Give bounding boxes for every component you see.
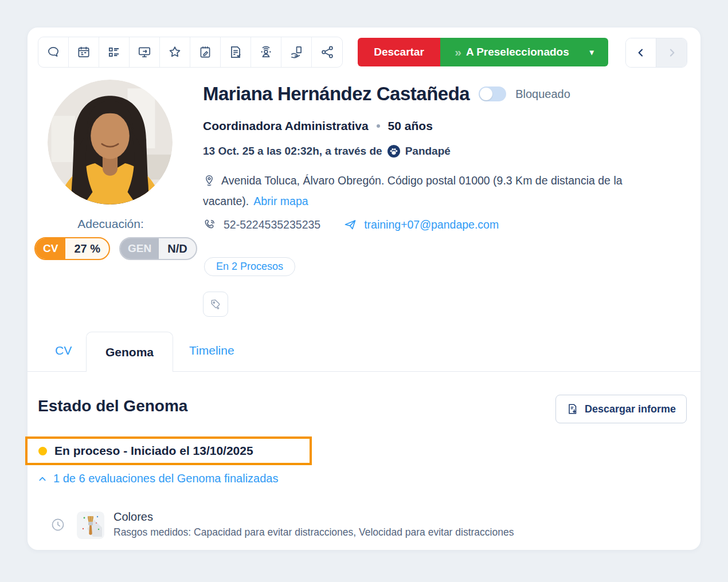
tab-cv[interactable]: CV — [55, 344, 72, 357]
toolbar — [38, 37, 343, 68]
toggle-knob — [480, 88, 492, 100]
tab-genoma[interactable]: Genoma — [86, 332, 173, 372]
fit-badges: CV 27 % GEN N/D — [34, 237, 197, 260]
open-map-link[interactable]: Abrir mapa — [253, 195, 308, 207]
add-tag-button[interactable] — [203, 292, 228, 317]
next-candidate-button[interactable] — [656, 38, 687, 67]
screen-share-icon[interactable] — [130, 37, 160, 67]
cv-fit-badge: CV 27 % — [34, 237, 110, 260]
application-date: 13 Oct. 25 a las 02:32h, a través de — [203, 145, 382, 158]
fit-label: Adecuación: — [28, 217, 194, 231]
application-source: Pandapé — [405, 145, 451, 158]
chat-icon[interactable] — [38, 37, 69, 67]
preselect-button[interactable]: » A Preseleccionados ▾ — [440, 38, 608, 66]
evaluations-link-label: 1 de 6 evaluaciones del Genoma finalizad… — [53, 472, 278, 485]
gen-badge-label: GEN — [120, 238, 159, 259]
checklist-icon[interactable] — [99, 37, 130, 67]
evaluation-list-item: Colores Rasgos medidos: Capacidad para e… — [50, 510, 514, 539]
candidate-email-link[interactable]: training+07@pandape.com — [364, 218, 499, 231]
job-title: Coordinadora Administrativa — [203, 119, 369, 133]
candidate-avatar — [48, 80, 173, 205]
candidate-name: Mariana Hernández Castañeda — [203, 83, 469, 105]
share-icon[interactable] — [312, 37, 342, 67]
evaluation-name: Colores — [113, 510, 514, 524]
candidate-age: 50 años — [388, 119, 433, 133]
calendar-icon[interactable] — [69, 37, 99, 67]
double-chevron-icon: » — [455, 45, 460, 59]
send-email-icon — [343, 218, 357, 231]
evaluation-thumbnail-paintbrush — [77, 512, 104, 539]
blocked-label: Bloqueado — [515, 88, 570, 101]
genome-status-text: En proceso - Iniciado el 13/10/2025 — [54, 444, 253, 458]
download-report-label: Descargar informe — [585, 403, 676, 415]
evaluation-traits: Rasgos medidos: Capacidad para evitar di… — [113, 526, 514, 538]
dot-separator — [377, 124, 380, 128]
processes-badge[interactable]: En 2 Procesos — [204, 257, 295, 276]
candidate-card: Descartar » A Preseleccionados ▾ — [28, 27, 700, 550]
status-dot-icon — [38, 447, 47, 455]
previous-candidate-button[interactable] — [626, 38, 656, 67]
phone-icon — [203, 218, 217, 231]
discard-button[interactable]: Descartar — [358, 38, 440, 66]
preselect-label: A Preseleccionados — [466, 46, 569, 58]
notes-icon[interactable] — [190, 37, 221, 67]
download-report-icon — [566, 403, 579, 415]
chevron-down-icon: ▾ — [590, 48, 594, 57]
evaluations-collapse-link[interactable]: 1 de 6 evaluaciones del Genoma finalizad… — [38, 472, 278, 485]
chevron-up-icon — [38, 474, 47, 483]
interview-broadcast-icon[interactable] — [251, 37, 281, 67]
genome-section-title: Estado del Genoma — [38, 397, 187, 415]
status-highlight-annotation: En proceso - Iniciado el 13/10/2025 — [25, 436, 312, 465]
gen-fit-badge: GEN N/D — [119, 237, 197, 260]
document-check-icon[interactable] — [221, 37, 251, 67]
cv-badge-label: CV — [36, 238, 65, 259]
location-pin-icon — [203, 174, 216, 187]
offer-document-icon[interactable] — [281, 37, 312, 67]
tag-plus-icon — [209, 298, 222, 310]
tab-timeline[interactable]: Timeline — [189, 344, 234, 357]
candidate-phone: 52-5224535235235 — [224, 218, 320, 231]
candidate-pagination — [625, 38, 687, 68]
pending-clock-icon — [50, 517, 65, 532]
download-report-button[interactable]: Descargar informe — [555, 395, 687, 423]
star-icon[interactable] — [160, 37, 190, 67]
blocked-toggle[interactable] — [479, 86, 506, 101]
gen-badge-value: N/D — [159, 238, 195, 259]
cv-badge-value: 27 % — [65, 238, 109, 259]
pandape-paw-icon — [387, 144, 401, 158]
